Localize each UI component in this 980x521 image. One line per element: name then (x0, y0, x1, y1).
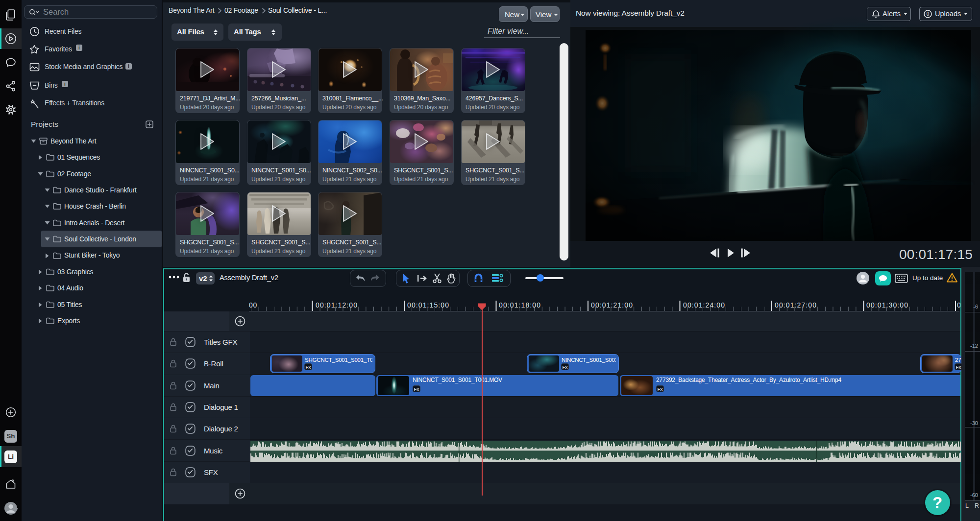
svg-text:0: 0 (927, 11, 930, 17)
